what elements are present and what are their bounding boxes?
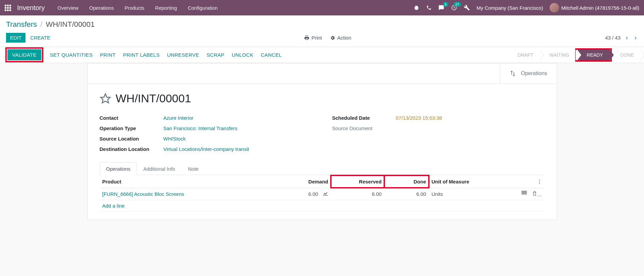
app-name: Inventory: [17, 4, 45, 12]
state-done[interactable]: DONE: [611, 50, 641, 60]
statusbar-buttons: VALIDATE SET QUANTITIES PRINT PRINT LABE…: [0, 47, 282, 63]
print-label: Print: [311, 35, 322, 41]
nav-configuration[interactable]: Configuration: [188, 5, 217, 11]
messages-icon[interactable]: 5: [438, 5, 444, 11]
edit-button[interactable]: EDIT: [6, 33, 26, 43]
nav-overview[interactable]: Overview: [57, 5, 79, 11]
state-waiting[interactable]: WAITING: [540, 50, 576, 60]
apps-launcher-icon[interactable]: [5, 5, 11, 11]
record-title: WH/INT/00001: [116, 92, 191, 105]
svg-rect-2: [522, 191, 527, 191]
print-menu[interactable]: Print: [304, 35, 322, 41]
topbar-right: 5 27 My Company (San Francisco) Mitchell…: [413, 3, 639, 12]
set-quantities-button[interactable]: SET QUANTITIES: [50, 52, 93, 58]
col-product: Product: [102, 179, 121, 184]
srcdoc-label: Source Document: [332, 125, 396, 131]
add-line-label: Add a line: [102, 203, 125, 209]
state-draft[interactable]: DRAFT: [508, 50, 540, 60]
svg-rect-4: [522, 194, 527, 194]
action-label: Action: [337, 35, 351, 41]
activities-badge: 27: [454, 2, 461, 7]
breadcrumb-current: WH/INT/00001: [46, 20, 95, 29]
delete-icon[interactable]: …: [532, 191, 542, 197]
table-row[interactable]: [FURN_6666] Acoustic Bloc Screens 6.00 6…: [100, 188, 545, 200]
swap-vertical-icon: [509, 68, 516, 79]
user-name: Mitchell Admin (47819756-15-0-all): [561, 5, 639, 11]
srcloc-label: Source Location: [100, 136, 163, 142]
contact-value[interactable]: Azure Interior: [163, 115, 194, 121]
row-uom: Units: [432, 191, 443, 197]
operations-table: Product Demand Reserved Done Unit of Mea…: [100, 175, 545, 212]
add-line-row[interactable]: Add a line: [100, 200, 545, 212]
col-demand: Demand: [308, 179, 328, 184]
statusbar-states: DRAFT WAITING READY DONE: [508, 47, 644, 63]
gear-icon: [330, 35, 335, 41]
activities-icon[interactable]: 27: [451, 5, 457, 11]
breadcrumb-sep: /: [40, 20, 42, 29]
row-reserved: 6.00: [372, 191, 382, 197]
action-menu[interactable]: Action: [330, 35, 351, 41]
scrap-button[interactable]: SCRAP: [206, 52, 224, 58]
form-sheet: Operations WH/INT/00001 Contact Azure In…: [87, 63, 557, 220]
forecast-icon[interactable]: [323, 191, 328, 197]
debug-icon[interactable]: [413, 5, 419, 11]
dstloc-value[interactable]: Virtual Locations/Inter-company transit: [163, 146, 249, 152]
col-done: Done: [413, 179, 426, 184]
operations-stat-button[interactable]: Operations: [500, 63, 556, 84]
cancel-button[interactable]: CANCEL: [261, 52, 282, 58]
notebook-tabs: Operations Additional Info Note: [100, 162, 545, 175]
nav-products[interactable]: Products: [125, 5, 144, 11]
table-options-icon[interactable]: ⋮: [537, 178, 542, 184]
row-done: 6.00: [416, 191, 426, 197]
tab-note[interactable]: Note: [182, 162, 205, 175]
row-demand: 6.00: [308, 191, 318, 197]
create-button[interactable]: CREATE: [30, 35, 50, 41]
control-panel: Transfers / WH/INT/00001 EDIT CREATE Pri…: [0, 15, 644, 47]
tab-operations[interactable]: Operations: [100, 162, 137, 175]
topbar: Inventory Overview Operations Products R…: [0, 0, 644, 15]
state-ready[interactable]: READY: [577, 50, 609, 60]
contact-label: Contact: [100, 115, 163, 121]
pager-next[interactable]: ›: [633, 33, 638, 43]
validate-button[interactable]: VALIDATE: [7, 49, 41, 60]
operations-stat-label: Operations: [521, 70, 547, 76]
unreserve-button[interactable]: UNRESERVE: [167, 52, 199, 58]
phone-icon[interactable]: [426, 5, 432, 10]
nav-reporting[interactable]: Reporting: [155, 5, 177, 11]
print-labels-button[interactable]: PRINT LABELS: [123, 52, 159, 58]
svg-rect-3: [522, 192, 527, 193]
star-icon[interactable]: [100, 93, 111, 104]
company-selector[interactable]: My Company (San Francisco): [477, 5, 543, 11]
optype-label: Operation Type: [100, 125, 163, 131]
print-icon: [304, 35, 309, 41]
tab-additional-info[interactable]: Additional Info: [137, 162, 182, 175]
svg-marker-1: [100, 94, 110, 103]
optype-value[interactable]: San Francisco: Internal Transfers: [163, 125, 238, 131]
user-menu[interactable]: Mitchell Admin (47819756-15-0-all): [550, 3, 639, 12]
breadcrumb-root[interactable]: Transfers: [6, 20, 37, 29]
stat-button-box: Operations: [88, 63, 557, 84]
unlock-button[interactable]: UNLOCK: [232, 52, 253, 58]
top-nav: Overview Operations Products Reporting C…: [57, 5, 407, 11]
tools-icon[interactable]: [464, 5, 470, 11]
nav-operations[interactable]: Operations: [89, 5, 114, 11]
pager-count: 43 / 43: [605, 35, 621, 41]
col-uom: Unit of Measure: [432, 179, 469, 184]
sched-value: 07/13/2023 15:03:38: [396, 115, 442, 121]
row-product[interactable]: [FURN_6666] Acoustic Bloc Screens: [102, 191, 184, 197]
messages-badge: 5: [443, 2, 448, 7]
avatar-icon: [550, 3, 559, 12]
statusbar: VALIDATE SET QUANTITIES PRINT PRINT LABE…: [0, 47, 644, 63]
dstloc-label: Destination Location: [100, 146, 163, 152]
print-button[interactable]: PRINT: [100, 52, 116, 58]
breadcrumb: Transfers / WH/INT/00001: [6, 20, 638, 29]
validate-highlight: VALIDATE: [6, 48, 43, 62]
col-reserved: Reserved: [359, 179, 382, 184]
ready-highlight: READY: [576, 49, 611, 61]
detail-icon[interactable]: [522, 191, 527, 197]
srcloc-value[interactable]: WH/Stock: [163, 136, 186, 142]
pager-prev[interactable]: ‹: [625, 33, 629, 43]
sched-label: Scheduled Date: [332, 115, 396, 121]
